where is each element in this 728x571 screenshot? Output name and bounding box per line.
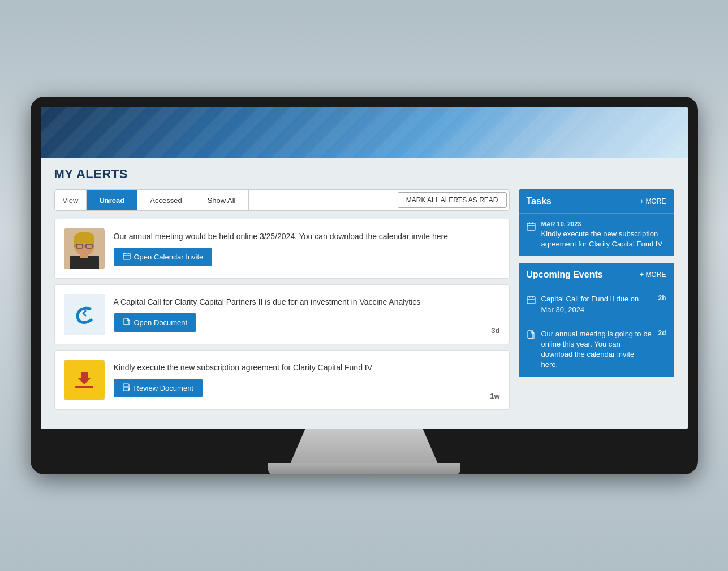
svg-rect-24 [527, 223, 535, 230]
page-title: MY ALERTS [54, 167, 674, 181]
monitor-base [268, 463, 460, 474]
svg-rect-21 [123, 384, 129, 391]
tasks-header: Tasks + MORE [519, 189, 674, 214]
alert-content-2: A Capital Call for Clarity Capital Partn… [114, 297, 500, 332]
filter-view-label: View [55, 190, 87, 210]
alert-text-1: Our annual meeting would be held online … [114, 231, 500, 243]
hero-banner [41, 107, 688, 158]
tasks-title: Tasks [527, 196, 552, 206]
event-content-2: Our annual meeting is going to be online… [541, 329, 653, 370]
event-doc-icon-2 [527, 330, 536, 341]
tasks-more-link[interactable]: + MORE [640, 197, 666, 205]
task-calendar-icon [527, 222, 536, 233]
event-time-2: 2d [658, 329, 666, 337]
event-time-1: 2h [658, 294, 666, 302]
mark-all-button[interactable]: MARK ALL ALERTS AS READ [398, 192, 507, 208]
task-item-content-1: MAR 10, 2023 Kindly execute the new subs… [541, 220, 666, 249]
svg-rect-19 [75, 386, 93, 388]
svg-rect-13 [123, 253, 130, 259]
events-title: Upcoming Events [527, 270, 603, 280]
alert-avatar-2 [64, 294, 105, 335]
event-text-1: Capital Call for Fund II due on Mar 30, … [541, 294, 653, 314]
task-date-1: MAR 10, 2023 [541, 220, 666, 227]
svg-rect-28 [527, 297, 535, 304]
alert-content-3: Kindly execute the new subscription agre… [114, 362, 500, 398]
event-content-1: Capital Call for Fund II due on Mar 30, … [541, 294, 653, 314]
svg-marker-20 [77, 372, 91, 384]
main-layout: View Unread Accessed Show All MARK ALL A… [54, 189, 674, 416]
download-icon [73, 369, 96, 391]
monitor-stand [291, 429, 438, 463]
svg-rect-32 [528, 331, 533, 338]
event-text-2: Our annual meeting is going to be online… [541, 329, 653, 370]
upcoming-events-section: Upcoming Events + MORE [519, 263, 674, 377]
filter-show-all-button[interactable]: Show All [195, 190, 249, 210]
sidebar-panel: Tasks + MORE [519, 189, 674, 384]
filter-accessed-button[interactable]: Accessed [137, 190, 195, 210]
download-avatar [64, 360, 105, 400]
alert-avatar-3 [64, 360, 105, 400]
alerts-panel: View Unread Accessed Show All MARK ALL A… [54, 189, 510, 416]
event-item-2: Our annual meeting is going to be online… [519, 322, 674, 377]
filter-unread-button[interactable]: Unread [87, 190, 137, 210]
svg-rect-18 [124, 318, 128, 325]
open-calendar-button[interactable]: Open Calendar Invite [114, 248, 213, 266]
alert-card-3: Kindly execute the new subscription agre… [54, 350, 510, 410]
calendar-btn-icon [123, 252, 131, 262]
monitor-screen: MY ALERTS View Unread Accessed Show All … [41, 107, 688, 429]
alert-card-1: Our annual meeting would be held online … [54, 219, 510, 279]
doc-btn-icon [123, 318, 131, 327]
logo-avatar [64, 294, 105, 335]
alert-time-2: 3d [491, 326, 499, 335]
event-calendar-icon-1 [527, 295, 536, 306]
alert-card-2: A Capital Call for Clarity Capital Partn… [54, 284, 510, 344]
open-document-button[interactable]: Open Document [114, 313, 197, 332]
events-more-link[interactable]: + MORE [640, 271, 666, 279]
task-text-1: Kindly execute the new subscription agre… [541, 229, 666, 249]
review-btn-icon [123, 383, 131, 393]
task-item-1: MAR 10, 2023 Kindly execute the new subs… [519, 214, 674, 256]
alert-time-3: 1w [490, 392, 499, 400]
content-area: MY ALERTS View Unread Accessed Show All … [41, 158, 688, 429]
review-document-label: Review Document [134, 384, 194, 392]
company-logo-icon [71, 301, 98, 328]
alert-avatar-1 [64, 228, 105, 269]
events-header: Upcoming Events + MORE [519, 263, 674, 287]
open-calendar-label: Open Calendar Invite [134, 253, 204, 261]
open-document-label: Open Document [134, 318, 188, 327]
review-document-button[interactable]: Review Document [114, 379, 203, 397]
alert-text-2: A Capital Call for Clarity Capital Partn… [114, 297, 500, 308]
monitor-shell: MY ALERTS View Unread Accessed Show All … [31, 97, 698, 474]
tasks-section: Tasks + MORE [519, 189, 674, 256]
alert-content-1: Our annual meeting would be held online … [114, 231, 500, 267]
filter-bar: View Unread Accessed Show All MARK ALL A… [54, 189, 510, 211]
person-avatar-icon [64, 228, 105, 269]
event-item-1: Capital Call for Fund II due on Mar 30, … [519, 287, 674, 322]
alert-text-3: Kindly execute the new subscription agre… [114, 362, 500, 374]
